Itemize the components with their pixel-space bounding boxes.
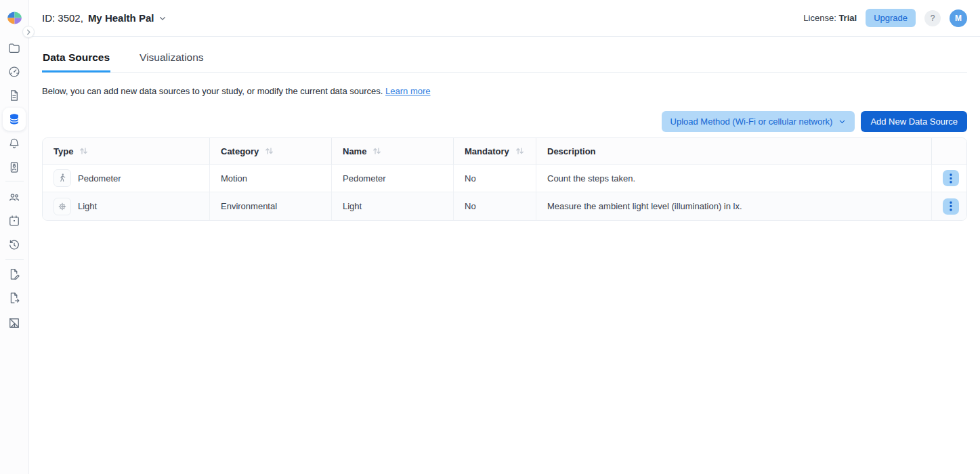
column-label: Type — [54, 146, 73, 156]
document-edit-icon — [7, 267, 21, 281]
column-label: Category — [221, 146, 259, 156]
cell-type: Pedometer — [43, 165, 210, 192]
sidebar-item-participants[interactable] — [7, 190, 21, 204]
column-label: Mandatory — [465, 146, 509, 156]
avatar[interactable]: M — [950, 9, 967, 27]
sidebar-item-folder[interactable] — [7, 41, 21, 55]
cell-category: Environmental — [210, 192, 332, 220]
chevron-down-icon — [158, 14, 167, 22]
topbar: ID: 3502, My Health Pal License: Trial U… — [29, 0, 980, 37]
license-label: License: — [803, 13, 836, 23]
sidebar-divider — [5, 259, 24, 260]
sidebar-item-data-sources[interactable] — [3, 108, 26, 131]
sidebar-item-dashboard[interactable] — [7, 65, 21, 79]
sidebar-item-design[interactable] — [7, 316, 21, 330]
study-id: ID: 3502, — [42, 12, 83, 24]
cell-mandatory: No — [454, 165, 536, 192]
learn-more-link[interactable]: Learn more — [385, 86, 430, 96]
table-row: Light Environmental Light No Measure the… — [43, 192, 967, 220]
sidebar-item-export[interactable] — [7, 291, 21, 305]
app-logo-icon — [6, 9, 23, 26]
topbar-right: License: Trial Upgrade ? M — [803, 9, 967, 27]
sort-icon — [515, 147, 524, 155]
sidebar-item-history[interactable] — [7, 238, 21, 252]
sort-icon — [79, 147, 88, 155]
cell-name: Pedometer — [332, 165, 454, 192]
column-header-type[interactable]: Type — [43, 138, 210, 165]
main-area: ID: 3502, My Health Pal License: Trial U… — [29, 0, 980, 474]
sidebar-item-consent-editor[interactable] — [7, 267, 21, 281]
chevron-right-icon — [26, 29, 32, 35]
users-icon — [7, 190, 21, 204]
cell-description: Count the steps taken. — [536, 165, 932, 192]
sidebar-item-participant-device[interactable] — [7, 160, 21, 174]
column-label: Name — [343, 146, 366, 156]
study-name: My Health Pal — [88, 12, 154, 24]
database-icon — [7, 112, 21, 126]
table-row: Pedometer Motion Pedometer No Count the … — [43, 165, 967, 192]
design-icon — [7, 316, 21, 330]
column-label: Description — [547, 146, 596, 156]
intro-sentence: Below, you can add new data sources to y… — [42, 86, 383, 96]
sort-icon — [372, 147, 381, 155]
sidebar-item-schedule[interactable] — [7, 214, 21, 228]
type-label: Pedometer — [78, 173, 121, 184]
tab-data-sources[interactable]: Data Sources — [42, 47, 110, 72]
column-header-category[interactable]: Category — [210, 138, 332, 165]
app-root: ID: 3502, My Health Pal License: Trial U… — [0, 0, 980, 474]
toolbar: Upload Method (Wi-Fi or cellular network… — [42, 111, 967, 132]
calendar-icon — [7, 214, 21, 228]
upload-method-dropdown[interactable]: Upload Method (Wi-Fi or cellular network… — [662, 111, 855, 132]
sidebar-expand-button[interactable] — [22, 26, 35, 38]
row-actions-button[interactable] — [943, 170, 959, 186]
cell-description: Measure the ambient light level (illumin… — [536, 192, 932, 220]
content: Data Sources Visualizations Below, you c… — [29, 37, 980, 474]
kebab-menu-icon — [950, 201, 952, 211]
history-icon — [7, 238, 21, 252]
column-header-actions — [932, 138, 967, 165]
column-header-name[interactable]: Name — [332, 138, 454, 165]
sidebar-item-notifications[interactable] — [7, 137, 21, 150]
row-actions-button[interactable] — [943, 198, 959, 215]
license-value: Trial — [838, 13, 857, 23]
cell-category: Motion — [210, 165, 332, 192]
table-header-row: Type Category Name Mandatory Description — [43, 138, 967, 165]
cell-mandatory: No — [454, 192, 536, 220]
data-sources-table: Type Category Name Mandatory Description — [42, 137, 967, 221]
bell-icon — [7, 137, 21, 150]
chevron-down-icon — [838, 118, 846, 125]
column-header-description: Description — [536, 138, 932, 165]
upload-method-label: Upload Method (Wi-Fi or cellular network… — [670, 116, 833, 127]
walking-person-icon — [57, 173, 68, 184]
dashboard-gauge-icon — [7, 65, 21, 79]
type-icon-box — [54, 169, 71, 187]
gear-icon — [57, 201, 68, 212]
cell-actions — [932, 192, 967, 220]
add-new-data-source-button[interactable]: Add New Data Source — [861, 111, 967, 132]
cell-name: Light — [332, 192, 454, 220]
sidebar — [0, 0, 29, 474]
sidebar-item-documents[interactable] — [7, 89, 21, 102]
column-header-mandatory[interactable]: Mandatory — [454, 138, 536, 165]
tab-visualizations[interactable]: Visualizations — [139, 47, 205, 72]
sort-icon — [265, 147, 274, 155]
id-badge-icon — [7, 160, 21, 174]
kebab-menu-icon — [950, 173, 952, 184]
study-switcher[interactable]: ID: 3502, My Health Pal — [42, 12, 167, 24]
type-icon-box — [54, 198, 71, 215]
sidebar-divider — [5, 181, 24, 181]
help-button[interactable]: ? — [924, 10, 941, 26]
tab-bar: Data Sources Visualizations — [42, 47, 967, 73]
folder-icon — [7, 41, 21, 55]
document-icon — [7, 89, 21, 102]
upgrade-button[interactable]: Upgrade — [866, 9, 916, 27]
intro-text: Below, you can add new data sources to y… — [42, 86, 967, 96]
cell-type: Light — [43, 192, 210, 220]
cell-actions — [932, 165, 967, 192]
license-text: License: Trial — [803, 13, 857, 23]
type-label: Light — [78, 201, 97, 211]
document-export-icon — [7, 291, 21, 305]
